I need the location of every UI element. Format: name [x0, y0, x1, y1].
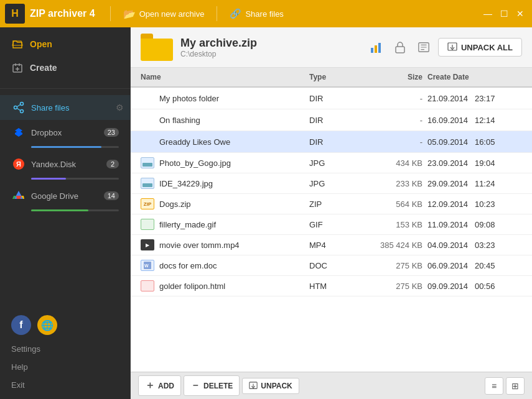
file-type: HTM	[307, 280, 363, 292]
maximize-button[interactable]: ☐	[497, 7, 511, 21]
table-row[interactable]: fillerty_made.gif GIF 153 KB 11.09.2014 …	[131, 214, 532, 235]
exit-link[interactable]: Exit	[0, 376, 130, 394]
gdrive-icon	[11, 188, 26, 203]
file-size: 153 KB	[363, 219, 425, 231]
file-rows-container: My photos folder DIR - 21.09.2014 23:17 …	[131, 88, 532, 296]
file-table: Name Type Size Create Date My photos fol…	[131, 68, 532, 372]
file-name: IDE_34229.jpg	[138, 177, 307, 190]
col-size: Size	[363, 71, 425, 83]
svg-rect-8	[378, 43, 381, 53]
file-date: 11.09.2014 09:08	[425, 219, 525, 231]
file-name: ZIPDogs.zip	[138, 197, 307, 211]
folder-open-icon: 📂	[123, 8, 136, 20]
svg-point-2	[21, 110, 24, 113]
table-row[interactable]: golder folipon.html HTM 275 KB 09.09.201…	[131, 276, 532, 296]
grid-view-button[interactable]: ⊞	[506, 377, 525, 395]
svg-text:W: W	[144, 264, 149, 268]
chart-icon[interactable]	[367, 38, 386, 57]
table-row[interactable]: On flashing DIR - 16.09.2014 12:14	[131, 109, 532, 131]
file-type: DIR	[307, 136, 363, 148]
file-name: Wdocs for em.doc	[138, 259, 307, 272]
sidebar-item-gdrive[interactable]: Google Drive 14	[0, 183, 130, 208]
table-row[interactable]: ZIPDogs.zip ZIP 564 KB 12.09.2014 10:23	[131, 194, 532, 214]
archive-info: My archive.zip C:\desktop	[180, 37, 360, 58]
app-title: ZIP archiver 4	[30, 8, 95, 19]
file-name: fillerty_made.gif	[138, 218, 307, 231]
svg-rect-9	[396, 47, 404, 53]
html-icon	[141, 280, 154, 291]
sidebar-item-dropbox[interactable]: Dropbox 23	[0, 120, 130, 145]
archive-actions: UNPACK ALL	[367, 38, 522, 57]
dropbox-icon	[11, 125, 26, 140]
file-name: Greaddy Likes Owe	[138, 134, 307, 149]
delete-button[interactable]: － DELETE	[184, 375, 240, 396]
sidebar-item-share-files[interactable]: Share files ⚙	[0, 95, 130, 120]
sidebar-item-yandex[interactable]: Я Yandex.Disk 2	[0, 152, 130, 177]
facebook-icon[interactable]: f	[11, 315, 31, 335]
list-view-button[interactable]: ≡	[485, 377, 503, 395]
sidebar: Open Create	[0, 27, 131, 399]
info-icon[interactable]	[414, 38, 433, 57]
folder-icon	[141, 135, 154, 148]
file-size: 275 KB	[363, 280, 425, 292]
gdrive-progress-bar	[31, 209, 88, 211]
content-area: My archive.zip C:\desktop	[131, 27, 532, 399]
share-files-icon	[11, 100, 26, 115]
file-size: 564 KB	[363, 198, 425, 210]
cloud-section: Share files ⚙ Dropbox 23	[0, 93, 130, 218]
table-row[interactable]: Greaddy Likes Owe DIR - 05.09.2014 16:05	[131, 131, 532, 153]
svg-text:Я: Я	[16, 160, 21, 168]
view-toggle: ≡ ⊞	[485, 377, 525, 395]
file-date: 06.09.2014 20:45	[425, 260, 525, 272]
table-row[interactable]: My photos folder DIR - 21.09.2014 23:17	[131, 88, 532, 109]
file-type: ZIP	[307, 198, 363, 210]
file-size: 275 KB	[363, 260, 425, 272]
add-icon: ＋	[145, 379, 155, 392]
window-controls: — ☐ ✕	[481, 7, 527, 21]
col-name: Name	[138, 71, 307, 83]
share-files-titlebar-button[interactable]: 🔗 Share files	[222, 6, 291, 22]
title-divider2	[217, 6, 217, 21]
col-date: Create Date	[425, 71, 525, 83]
sidebar-item-create[interactable]: Create	[0, 56, 130, 80]
doc-icon: W	[141, 260, 154, 271]
archive-path: C:\desktop	[180, 50, 360, 58]
settings-link[interactable]: Settings	[0, 340, 130, 358]
folder-icon	[141, 114, 154, 126]
image-icon	[141, 178, 154, 189]
table-row[interactable]: Wdocs for em.doc DOC 275 KB 06.09.2014 2…	[131, 255, 532, 276]
file-type: MP4	[307, 239, 363, 251]
svg-point-3	[14, 106, 17, 109]
table-header: Name Type Size Create Date	[131, 68, 532, 88]
unpack-button[interactable]: UNPACK	[242, 378, 299, 394]
delete-icon: －	[190, 379, 200, 392]
table-row[interactable]: IDE_34229.jpg JPG 233 KB 29.09.2014 11:2…	[131, 173, 532, 194]
file-date: 23.09.2014 19:04	[425, 157, 525, 169]
share-files-gear-icon[interactable]: ⚙	[116, 103, 124, 112]
file-name: On flashing	[138, 112, 307, 127]
svg-point-1	[21, 103, 24, 106]
sidebar-item-open[interactable]: Open	[0, 32, 130, 56]
gdrive-progress-wrap	[31, 209, 119, 211]
bottom-bar: ＋ ADD － DELETE UNPACK ≡ ⊞	[131, 372, 532, 399]
archive-name: My archive.zip	[180, 37, 360, 50]
gif-icon	[141, 219, 154, 230]
svg-rect-6	[371, 48, 373, 53]
unpack-icon	[249, 382, 258, 390]
close-button[interactable]: ✕	[513, 7, 527, 21]
minimize-button[interactable]: —	[481, 7, 495, 21]
lock-icon[interactable]	[391, 38, 409, 57]
file-date: 16.09.2014 12:14	[425, 114, 525, 126]
sidebar-bottom: f 🌐 Settings Help Exit	[0, 303, 130, 399]
table-row[interactable]: movie over tomm.mp4 MP4 385 424 KB 04.09…	[131, 235, 532, 255]
unpack-all-button[interactable]: UNPACK ALL	[438, 38, 522, 57]
archive-folder-icon	[141, 34, 173, 61]
open-archive-button[interactable]: 📂 Open new archive	[116, 6, 212, 22]
add-button[interactable]: ＋ ADD	[138, 375, 181, 396]
table-row[interactable]: Photo_by_Gogo.jpg JPG 434 KB 23.09.2014 …	[131, 153, 532, 173]
file-size: 385 424 KB	[363, 239, 425, 251]
website-icon[interactable]: 🌐	[37, 315, 57, 335]
help-link[interactable]: Help	[0, 358, 130, 376]
file-name: movie over tomm.mp4	[138, 238, 307, 252]
app-logo: H	[5, 4, 25, 24]
